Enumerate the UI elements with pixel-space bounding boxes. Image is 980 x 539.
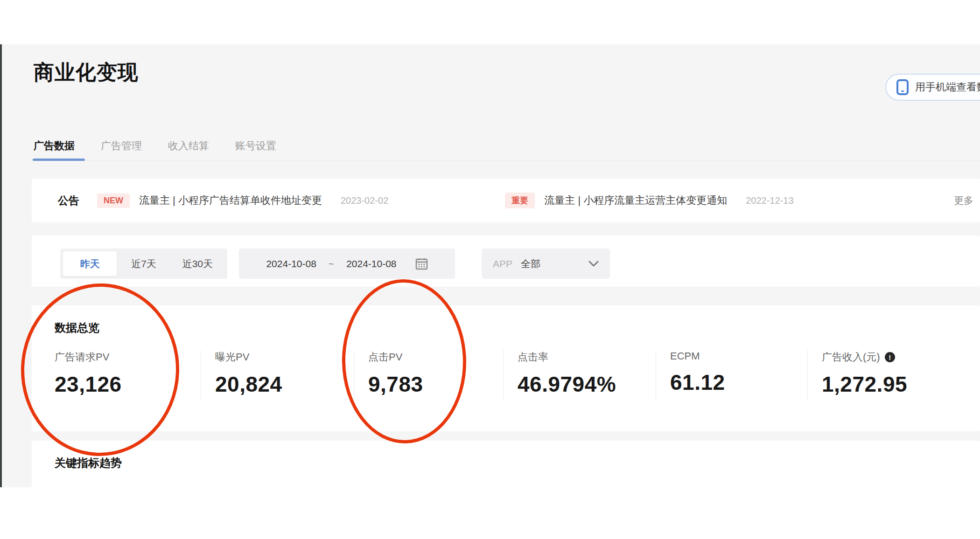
data-overview-card: 数据总览 广告请求PV 23,126 曝光PV 20,824 点击PV 9,78… [32, 305, 980, 431]
metric-ad-revenue: 广告收入(元) ! 1,272.95 [807, 350, 947, 401]
announcement-more-link[interactable]: 更多 [954, 194, 973, 207]
metric-value: 1,272.95 [822, 372, 947, 397]
date-range-end: 2024-10-08 [346, 258, 396, 270]
phone-icon [896, 79, 909, 95]
metric-value: 9,783 [368, 372, 503, 397]
announcement-label: 公告 [58, 193, 79, 208]
date-quick-range-group: 昨天 近7天 近30天 [60, 249, 227, 279]
app-filter-label: APP [493, 258, 512, 270]
new-badge: NEW [97, 193, 130, 208]
metric-label: 广告请求PV [55, 350, 201, 364]
announcement-date-1: 2023-02-02 [341, 195, 388, 206]
metric-ecpm: ECPM 61.12 [656, 350, 807, 401]
date-range-picker[interactable]: 2024-10-08 ~ 2024-10-08 [239, 249, 455, 279]
active-tab-underline [33, 159, 85, 161]
app-filter-select[interactable]: APP 全部 [482, 249, 610, 279]
metric-label: 点击率 [518, 350, 656, 364]
metric-value: 20,824 [215, 372, 354, 397]
metric-impression-pv: 曝光PV 20,824 [201, 350, 354, 401]
announcement-link-1[interactable]: 流量主 | 小程序广告结算单收件地址变更 [139, 193, 322, 207]
chevron-down-icon [588, 261, 599, 267]
tab-ad-management[interactable]: 广告管理 [101, 139, 142, 163]
trend-title: 关键指标趋势 [55, 456, 122, 470]
key-metrics-trend-card: 关键指标趋势 [32, 441, 980, 539]
metric-label: 广告收入(元) [822, 350, 880, 364]
calendar-icon[interactable] [415, 257, 428, 270]
metric-value: 61.12 [670, 370, 807, 395]
metrics-row: 广告请求PV 23,126 曝光PV 20,824 点击PV 9,783 点击率… [55, 350, 947, 401]
metric-label: 点击PV [368, 350, 503, 364]
announcement-bar: 公告 NEW 流量主 | 小程序广告结算单收件地址变更 2023-02-02 重… [32, 179, 980, 222]
tab-income-settlement[interactable]: 收入结算 [168, 139, 209, 163]
metric-click-pv: 点击PV 9,783 [354, 350, 503, 401]
tab-account-settings[interactable]: 账号设置 [235, 139, 276, 163]
filter-bar: 昨天 近7天 近30天 2024-10-08 ~ 2024-10-08 APP … [32, 235, 980, 287]
metric-value: 46.9794% [518, 372, 656, 397]
metric-label: 曝光PV [215, 350, 354, 364]
date-range-start: 2024-10-08 [266, 258, 316, 270]
page-title: 商业化变现 [34, 59, 139, 86]
announcement-link-2[interactable]: 流量主 | 小程序流量主运营主体变更通知 [544, 193, 727, 207]
view-on-mobile-label: 用手机端查看数 [915, 80, 980, 94]
view-on-mobile-button[interactable]: 用手机端查看数 [885, 74, 980, 101]
metric-ad-request-pv: 广告请求PV 23,126 [55, 350, 201, 401]
range-last-30-days[interactable]: 近30天 [171, 251, 224, 276]
metric-click-rate: 点击率 46.9794% [503, 350, 656, 401]
announcement-date-2: 2022-12-13 [746, 195, 793, 206]
important-badge: 重要 [505, 193, 535, 208]
range-yesterday[interactable]: 昨天 [63, 251, 117, 276]
app-filter-value: 全部 [521, 257, 540, 270]
overview-title: 数据总览 [55, 320, 99, 335]
metric-label: ECPM [670, 350, 807, 362]
info-icon[interactable]: ! [885, 352, 895, 362]
metric-value: 23,126 [55, 372, 201, 397]
tab-divider [32, 160, 980, 161]
range-last-7-days[interactable]: 近7天 [117, 251, 170, 276]
date-range-separator: ~ [329, 258, 334, 270]
